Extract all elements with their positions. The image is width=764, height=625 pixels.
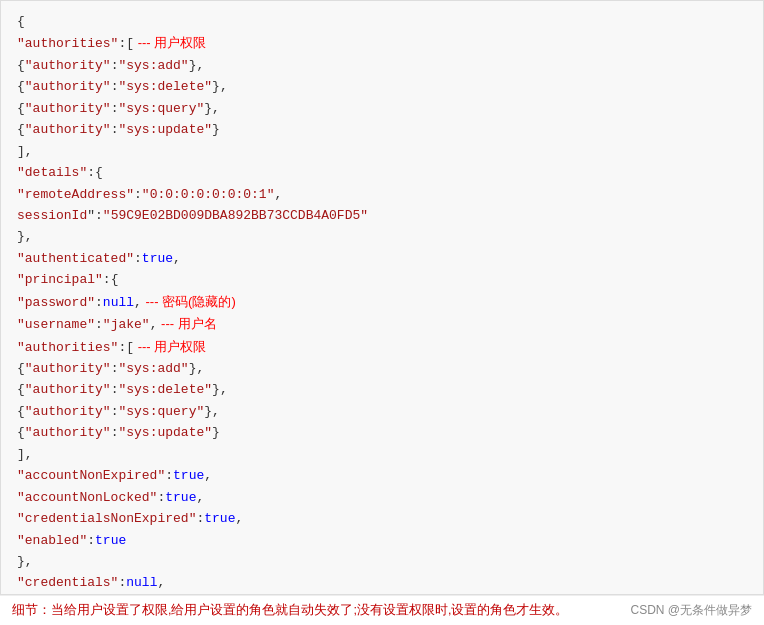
code-line-23: "accountNonLocked":true, (17, 487, 747, 508)
comment-username: --- 用户名 (157, 316, 216, 331)
key-password: "password" (17, 295, 95, 310)
code-line-11: }, (17, 226, 747, 247)
code-line-13: "principal":{ (17, 269, 747, 290)
val-remote-address: "0:0:0:0:0:0:0:1" (142, 187, 275, 202)
code-line-24: "credentialsNonExpired":true, (17, 508, 747, 529)
code-line-9: "remoteAddress":"0:0:0:0:0:0:0:1", (17, 184, 747, 205)
code-line-16: "authorities":[ --- 用户权限 (17, 336, 747, 358)
val-session-id: "59C9E02BD009DBA892BB73CCDB4A0FD5" (103, 208, 368, 223)
key-credentials: "credentials" (17, 575, 118, 590)
comment-authorities-2: --- 用户权限 (134, 339, 206, 354)
val-authority-add-2: "sys:add" (118, 361, 188, 376)
code-line-8: "details":{ (17, 162, 747, 183)
comment-authorities-1: --- 用户权限 (134, 35, 206, 50)
code-line-3: {"authority":"sys:add"}, (17, 55, 747, 76)
val-password: null (103, 295, 134, 310)
code-line-6: {"authority":"sys:update"} (17, 119, 747, 140)
key-details: "details" (17, 165, 87, 180)
code-line-12: "authenticated":true, (17, 248, 747, 269)
val-enabled: true (95, 533, 126, 548)
val-authority-query-1: "sys:query" (118, 101, 204, 116)
val-authority-delete-1: "sys:delete" (118, 79, 212, 94)
val-authority-update-2: "sys:update" (118, 425, 212, 440)
key-credentials-non-expired: "credentialsNonExpired" (17, 511, 196, 526)
code-line-18: {"authority":"sys:delete"}, (17, 379, 747, 400)
code-line-4: {"authority":"sys:delete"}, (17, 76, 747, 97)
code-line-5: {"authority":"sys:query"}, (17, 98, 747, 119)
code-line-26: }, (17, 551, 747, 572)
val-authenticated: true (142, 251, 173, 266)
key-authority-add-2: "authority" (25, 361, 111, 376)
code-line-21: ], (17, 444, 747, 465)
key-authorities: "authorities" (17, 36, 118, 51)
key-authenticated: "authenticated" (17, 251, 134, 266)
footer-bar: 细节：当给用户设置了权限,给用户设置的角色就自动失效了;没有设置权限时,设置的角… (0, 595, 764, 625)
code-line-7: ], (17, 141, 747, 162)
key-account-non-locked: "accountNonLocked" (17, 490, 157, 505)
key-account-non-expired: "accountNonExpired" (17, 468, 165, 483)
code-line-19: {"authority":"sys:query"}, (17, 401, 747, 422)
key-remote-address: "remoteAddress" (17, 187, 134, 202)
key-authorities-inner: "authorities" (17, 340, 118, 355)
val-account-non-expired: true (173, 468, 204, 483)
val-authority-delete-2: "sys:delete" (118, 382, 212, 397)
code-line-25: "enabled":true (17, 530, 747, 551)
key-authority-query-2: "authority" (25, 404, 111, 419)
key-authority-delete-1: "authority" (25, 79, 111, 94)
code-line-20: {"authority":"sys:update"} (17, 422, 747, 443)
footer-note: 细节：当给用户设置了权限,给用户设置的角色就自动失效了;没有设置权限时,设置的角… (12, 602, 568, 619)
val-credentials: null (126, 575, 157, 590)
comment-password: --- 密码(隐藏的) (142, 294, 236, 309)
key-authority-delete-2: "authority" (25, 382, 111, 397)
key-enabled: "enabled" (17, 533, 87, 548)
val-authority-add-1: "sys:add" (118, 58, 188, 73)
code-line-10: sessionId":"59C9E02BD009DBA892BB73CCDB4A… (17, 205, 747, 226)
code-line-14: "password":null, --- 密码(隐藏的) (17, 291, 747, 313)
val-account-non-locked: true (165, 490, 196, 505)
key-session-id: sessionId (17, 208, 87, 223)
code-line-15: "username":"jake", --- 用户名 (17, 313, 747, 335)
code-line-22: "accountNonExpired":true, (17, 465, 747, 486)
val-authority-query-2: "sys:query" (118, 404, 204, 419)
code-line-17: {"authority":"sys:add"}, (17, 358, 747, 379)
val-credentials-non-expired: true (204, 511, 235, 526)
code-block: { "authorities":[ --- 用户权限 {"authority":… (0, 0, 764, 595)
key-authority-update-1: "authority" (25, 122, 111, 137)
key-principal: "principal" (17, 272, 103, 287)
val-authority-update-1: "sys:update" (118, 122, 212, 137)
key-authority-add-1: "authority" (25, 58, 111, 73)
footer-brand: CSDN @无条件做异梦 (630, 602, 752, 619)
key-username: "username" (17, 317, 95, 332)
key-authority-query-1: "authority" (25, 101, 111, 116)
main-container: { "authorities":[ --- 用户权限 {"authority":… (0, 0, 764, 625)
val-username: "jake" (103, 317, 150, 332)
key-authority-update-2: "authority" (25, 425, 111, 440)
code-line-2: "authorities":[ --- 用户权限 (17, 32, 747, 54)
code-line-1: { (17, 11, 747, 32)
code-line-27: "credentials":null, (17, 572, 747, 593)
